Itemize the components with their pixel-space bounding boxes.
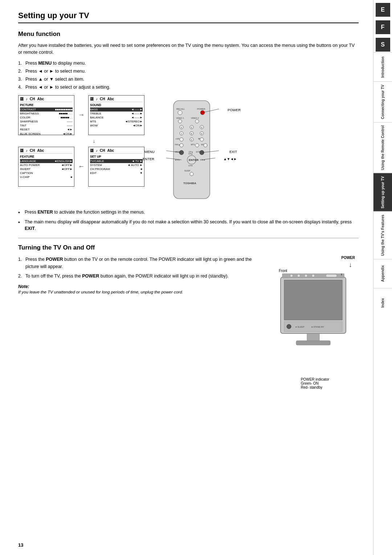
svg-rect-65 (296, 341, 330, 345)
menu-step-3: 3. Press ▲ or ▼ select an item. (18, 76, 359, 83)
svg-text:CH▲: CH▲ (188, 153, 193, 155)
sound-screen: 🖼 ♪ CH Abc SOUND BASS◄——► TREBLE◄——► BAL… (88, 95, 144, 135)
menu-step-4: 4. Press ◄ or ► to select or adjust a se… (18, 84, 359, 91)
svg-rect-64 (307, 333, 319, 341)
menu-step-1: 1. Press MENU to display menu. (18, 60, 359, 67)
svg-text:VIDEO 2: VIDEO 2 (191, 117, 199, 119)
svg-text:VOL►: VOL► (200, 159, 205, 161)
sidebar-index: Index (373, 288, 392, 317)
arrow-down: ↓ (68, 138, 95, 144)
svg-point-32 (204, 143, 207, 147)
tv-text-col: 1. Press the POWER button on the TV or o… (18, 256, 264, 301)
exit-label: EXIT (229, 150, 237, 154)
power-indicator-label: POWER indicator Green- ON Red- standby (301, 377, 329, 389)
picture-screen: 🖼 ♪ CH Abc PICTURE CONTRAST■■■■■■■■■■ BR… (18, 95, 74, 135)
menu-bullet-2: The main menu display will disappear aut… (18, 219, 359, 232)
sidebar-connecting: Connecting your TV (373, 81, 392, 122)
sidebar-introduction: Introduction (373, 52, 392, 81)
screen-row-2: 🖼 ♪ CH Abc FEATURE LANGUAGE◄ENGLISH► AUT… (18, 147, 144, 187)
svg-text:MTS: MTS (191, 143, 195, 146)
sidebar-remote: Using the Remote Control (373, 122, 392, 173)
svg-point-30 (195, 143, 199, 147)
svg-text:ENTER: ENTER (189, 158, 199, 162)
power-label: POWER (228, 108, 241, 112)
sidebar-letter-s: S (376, 38, 390, 52)
power-arrow: ↓ (349, 261, 352, 269)
turning-step-2: 2. To turn off the TV, press the POWER b… (18, 272, 264, 280)
svg-text:POWER: POWER (197, 108, 205, 110)
tv-image-col: POWER ↓ Front (271, 256, 359, 389)
svg-text:FAV▲: FAV▲ (175, 143, 180, 146)
page-title: Setting up your TV (18, 11, 359, 23)
menu-bullet-list: Press ENTER to activate the function set… (18, 209, 359, 232)
front-label: Front (279, 269, 287, 273)
tv-svg: ● SLEEP ● STAND BY (275, 274, 351, 361)
sidebar-appendix: Appendix (373, 259, 392, 288)
menu-step-2: 2. Press ◄ or ► to select menu. (18, 68, 359, 75)
sidebar-letter-f: F (376, 20, 390, 34)
svg-point-7 (178, 119, 182, 123)
svg-point-28 (180, 143, 183, 147)
svg-point-37 (200, 150, 204, 155)
svg-rect-53 (284, 280, 342, 320)
power-top-label: POWER (341, 256, 355, 260)
arrow-left-1: ← (77, 147, 86, 187)
svg-text:+100: +100 (175, 138, 179, 140)
sidebar-letter-e: E (376, 3, 390, 17)
tv-drawing: ● SLEEP ● STAND BY (275, 274, 355, 375)
setup-screen: 🖼 ♪ CH Abc SET UP TV/CABLE◄ TV ► SYSTEM◄… (88, 147, 144, 187)
menu-bullet-1: Press ENTER to activate the function set… (18, 209, 359, 216)
turning-step-1: 1. Press the POWER button on the TV or o… (18, 256, 264, 270)
diagram-wrapper: 🖼 ♪ CH Abc PICTURE CONTRAST■■■■■■■■■■ BR… (18, 95, 359, 205)
svg-rect-63 (326, 274, 337, 277)
arrow-right-1: → (77, 95, 86, 135)
svg-point-8 (195, 119, 199, 123)
nav-label: ▲▼◄► (223, 157, 237, 161)
svg-point-45 (190, 172, 193, 176)
svg-text:SLEEP: SLEEP (184, 170, 191, 172)
note-text: If you leave the TV unattended or unused… (18, 289, 264, 295)
svg-text:RECALL: RECALL (176, 108, 185, 110)
screen-row-1: 🖼 ♪ CH Abc PICTURE CONTRAST■■■■■■■■■■ BR… (18, 95, 144, 135)
tv-section-body: 1. Press the POWER button on the TV or o… (18, 256, 359, 389)
svg-point-34 (179, 150, 184, 155)
sidebar: E F S Introduction Connecting your TV Us… (373, 0, 392, 555)
menu-label: MENU (144, 150, 155, 154)
svg-text:◄VOL: ◄VOL (175, 159, 180, 161)
menu-function-intro: After you have installed the batteries, … (18, 42, 359, 56)
sidebar-setting-up: Setting up your TV (373, 173, 392, 211)
svg-point-55 (287, 324, 291, 329)
svg-text:VIDEO 1: VIDEO 1 (176, 117, 184, 119)
svg-text:TOSHIBA: TOSHIBA (183, 182, 196, 185)
svg-text:● STAND BY: ● STAND BY (311, 326, 324, 328)
svg-point-61 (305, 274, 307, 277)
feature-screen: 🖼 ♪ CH Abc FEATURE LANGUAGE◄ENGLISH► AUT… (18, 147, 74, 187)
enter-label: ENTER (143, 157, 154, 161)
page-number: 13 (18, 542, 23, 548)
turning-section: Turning the TV On and Off 1. Press the P… (18, 244, 359, 389)
menu-steps-list: 1. Press MENU to display menu. 2. Press … (18, 60, 359, 91)
svg-point-3 (178, 110, 182, 115)
menu-function-title: Menu function (18, 31, 359, 38)
svg-text:● SLEEP: ● SLEEP (295, 326, 305, 328)
menu-screens: 🖼 ♪ CH Abc PICTURE CONTRAST■■■■■■■■■■ BR… (18, 95, 144, 205)
svg-point-60 (297, 274, 300, 277)
svg-text:EXIT: EXIT (196, 151, 200, 153)
section-separator (18, 238, 359, 238)
sidebar-features: Using the TV's Features (373, 211, 392, 259)
svg-point-59 (290, 274, 293, 277)
turning-title: Turning the TV On and Off (18, 244, 359, 251)
remote-control-diagram: RECALL POWER VIDEO 1 VIDEO 2 4 5 6 (163, 99, 221, 205)
svg-point-26 (200, 138, 204, 141)
remote-svg: RECALL POWER VIDEO 1 VIDEO 2 4 5 6 (163, 99, 221, 204)
turning-steps: 1. Press the POWER button on the TV or o… (18, 256, 264, 280)
svg-point-62 (312, 274, 315, 277)
svg-point-22 (180, 138, 183, 141)
note-label: Note: (18, 284, 264, 289)
svg-text:CH▼: CH▼ (188, 165, 193, 167)
svg-point-4 (200, 110, 205, 115)
